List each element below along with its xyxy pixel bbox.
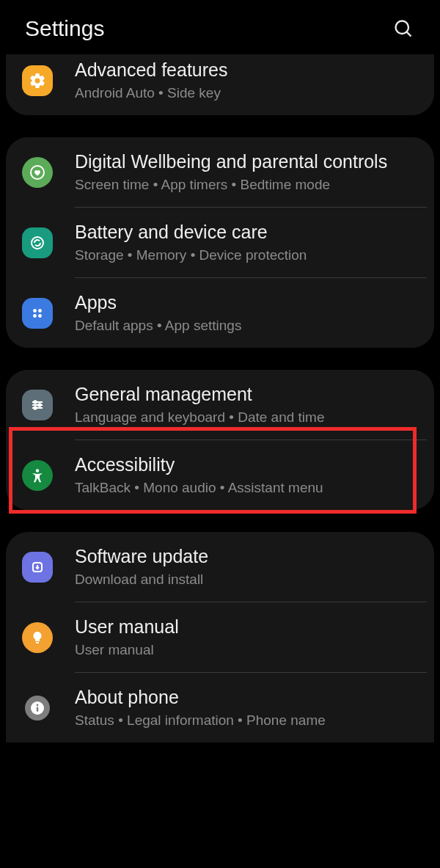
item-subtitle: Android Auto • Side key bbox=[75, 84, 422, 102]
settings-item-about-phone[interactable]: About phone Status • Legal information •… bbox=[6, 673, 434, 743]
svg-point-4 bbox=[33, 309, 37, 313]
refresh-circle-icon bbox=[22, 227, 53, 258]
item-title: About phone bbox=[75, 686, 422, 709]
item-subtitle: User manual bbox=[75, 641, 422, 659]
settings-item-accessibility[interactable]: Accessibility TalkBack • Mono audio • As… bbox=[6, 440, 434, 510]
settings-item-software-update[interactable]: Software update Download and install bbox=[6, 532, 434, 602]
item-title: Apps bbox=[75, 291, 422, 314]
item-subtitle: Screen time • App timers • Bedtime mode bbox=[75, 176, 422, 194]
info-icon bbox=[25, 696, 50, 721]
item-title: Advanced features bbox=[75, 59, 422, 81]
svg-point-7 bbox=[38, 314, 42, 318]
item-text: User manual User manual bbox=[75, 616, 422, 659]
svg-point-0 bbox=[396, 21, 409, 34]
item-title: Digital Wellbeing and parental controls bbox=[75, 150, 422, 173]
settings-group: Advanced features Android Auto • Side ke… bbox=[6, 54, 434, 115]
settings-group: General management Language and keyboard… bbox=[6, 370, 434, 510]
settings-item-battery-device-care[interactable]: Battery and device care Storage • Memory… bbox=[6, 208, 434, 277]
svg-line-1 bbox=[407, 32, 411, 37]
settings-item-digital-wellbeing[interactable]: Digital Wellbeing and parental controls … bbox=[6, 137, 434, 207]
item-subtitle: Storage • Memory • Device protection bbox=[75, 247, 422, 264]
svg-point-3 bbox=[32, 237, 43, 249]
svg-point-18 bbox=[37, 704, 39, 706]
item-title: User manual bbox=[75, 616, 422, 638]
svg-point-12 bbox=[38, 404, 41, 406]
svg-point-11 bbox=[34, 401, 37, 404]
svg-point-13 bbox=[34, 406, 37, 409]
item-text: Digital Wellbeing and parental controls … bbox=[75, 150, 422, 194]
item-text: Advanced features Android Auto • Side ke… bbox=[75, 59, 422, 102]
item-title: Battery and device care bbox=[75, 221, 422, 244]
gear-plus-icon bbox=[22, 65, 53, 96]
item-title: General management bbox=[75, 383, 422, 406]
item-text: About phone Status • Legal information •… bbox=[75, 686, 422, 729]
bulb-icon bbox=[22, 622, 53, 653]
heart-circle-icon bbox=[22, 157, 53, 188]
item-text: Apps Default apps • App settings bbox=[75, 291, 422, 335]
item-subtitle: TalkBack • Mono audio • Assistant menu bbox=[75, 479, 422, 497]
settings-item-general-management[interactable]: General management Language and keyboard… bbox=[6, 370, 434, 440]
item-subtitle: Status • Legal information • Phone name bbox=[75, 712, 422, 729]
sliders-icon bbox=[22, 390, 53, 420]
svg-point-6 bbox=[33, 314, 37, 318]
search-button[interactable] bbox=[392, 17, 415, 40]
settings-screen: Settings Advanced features Android Auto … bbox=[0, 0, 440, 868]
person-icon bbox=[22, 460, 53, 491]
item-text: Battery and device care Storage • Memory… bbox=[75, 221, 422, 264]
download-circle-icon bbox=[22, 552, 53, 583]
svg-point-5 bbox=[38, 309, 42, 313]
settings-item-advanced-features[interactable]: Advanced features Android Auto • Side ke… bbox=[6, 54, 434, 115]
four-dots-icon bbox=[22, 298, 53, 329]
item-text: Software update Download and install bbox=[75, 545, 422, 588]
svg-point-14 bbox=[36, 469, 39, 472]
item-title: Accessibility bbox=[75, 453, 422, 476]
search-icon bbox=[393, 18, 414, 39]
page-title: Settings bbox=[25, 16, 104, 41]
item-title: Software update bbox=[75, 545, 422, 568]
settings-group: Digital Wellbeing and parental controls … bbox=[6, 137, 434, 348]
header: Settings bbox=[0, 0, 440, 54]
settings-item-apps[interactable]: Apps Default apps • App settings bbox=[6, 278, 434, 348]
item-text: Accessibility TalkBack • Mono audio • As… bbox=[75, 453, 422, 497]
settings-item-user-manual[interactable]: User manual User manual bbox=[6, 602, 434, 672]
item-subtitle: Language and keyboard • Date and time bbox=[75, 409, 422, 426]
item-text: General management Language and keyboard… bbox=[75, 383, 422, 426]
svg-rect-19 bbox=[37, 707, 38, 712]
item-subtitle: Download and install bbox=[75, 571, 422, 588]
item-subtitle: Default apps • App settings bbox=[75, 317, 422, 335]
settings-group: Software update Download and install Use… bbox=[6, 532, 434, 743]
